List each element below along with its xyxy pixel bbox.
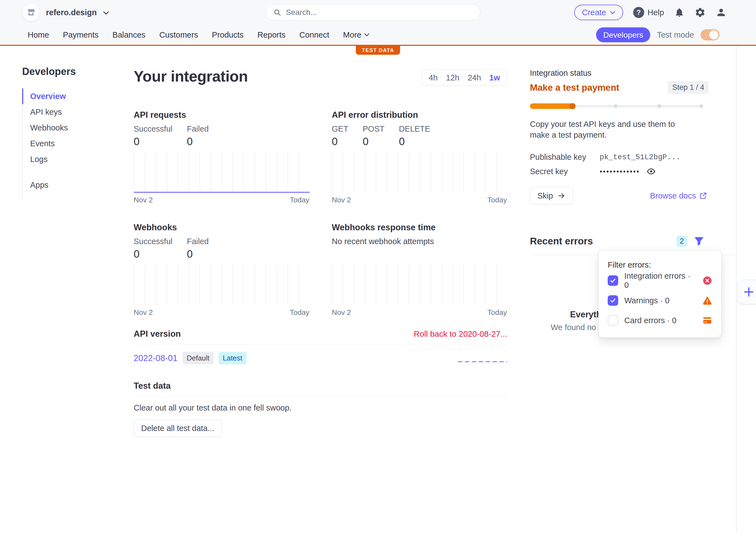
filter-popup-title: Filter errors:	[608, 261, 712, 269]
stat-post: POST 0	[363, 124, 385, 147]
chart-title: API requests	[134, 110, 310, 120]
help-button[interactable]: ? Help	[633, 7, 664, 18]
nav-item-balances[interactable]: Balances	[112, 30, 145, 39]
test-mode-label: Test mode	[657, 30, 694, 39]
recent-errors-title: Recent errors	[530, 236, 593, 247]
external-link-icon	[699, 192, 707, 200]
stat-failed: Failed 0	[187, 124, 209, 147]
account-name: refero.design	[46, 8, 97, 17]
x-axis-end: Today	[290, 308, 310, 317]
nav-item-connect[interactable]: Connect	[299, 30, 329, 39]
check-icon	[609, 277, 616, 284]
profile-avatar-icon[interactable]	[716, 7, 727, 18]
sidebar-item-events[interactable]: Events	[23, 136, 114, 151]
sidebar-item-webhooks[interactable]: Webhooks	[23, 120, 114, 136]
chevron-down-icon	[103, 11, 109, 15]
section-title: Test data	[134, 381, 171, 391]
test-data-section: Test data Clear out all your test data i…	[134, 381, 507, 437]
empty-state-text-fragment: We found no	[551, 323, 596, 332]
range-option-24h[interactable]: 24h	[468, 73, 481, 82]
divider	[134, 396, 507, 397]
secret-key-mask: ••••••••••••	[600, 167, 640, 176]
account-switcher[interactable]: refero.design	[22, 4, 109, 21]
chart-plot-area	[134, 152, 310, 192]
chart-title: API error distribution	[332, 110, 507, 120]
chart-plot-area	[332, 152, 507, 192]
add-plus-button[interactable]	[738, 280, 756, 304]
stat-successful: Successful 0	[134, 237, 173, 260]
chart-plot-area	[134, 265, 310, 305]
reveal-secret-eye-icon[interactable]	[646, 167, 656, 176]
publishable-key-value[interactable]: pk_test_51L2bgP...	[600, 153, 681, 162]
x-axis-start: Nov 2	[134, 196, 153, 204]
chart-plot-area	[332, 265, 507, 305]
delete-all-test-data-button[interactable]: Delete all test data...	[134, 419, 222, 437]
api-version-link[interactable]: 2022-08-01	[134, 353, 178, 363]
api-version-section: API version Roll back to 2020-08-27... 2…	[134, 329, 507, 364]
nav-item-customers[interactable]: Customers	[159, 30, 198, 39]
latest-badge: Latest	[219, 352, 247, 364]
plus-icon	[743, 286, 755, 298]
filter-funnel-icon[interactable]	[694, 236, 704, 246]
stat-failed: Failed 0	[187, 237, 209, 260]
charts-grid: API requests Successful 0 Failed 0 Nov 2…	[134, 110, 507, 317]
nav-item-more[interactable]: More	[343, 30, 369, 39]
stat-delete: DELETE 0	[399, 124, 430, 147]
nav-item-home[interactable]: Home	[28, 30, 49, 39]
main-nav: Home Payments Balances Customers Product…	[0, 25, 756, 46]
integration-errors-checkbox[interactable]	[608, 275, 618, 286]
filter-option-card-errors: Card errors · 0	[608, 312, 712, 329]
search-icon	[273, 8, 282, 16]
page-title: Your integration	[134, 67, 248, 85]
step-badge: Step 1 / 4	[668, 81, 709, 94]
test-data-badge: TEST DATA	[356, 46, 400, 55]
search-bar[interactable]	[266, 4, 480, 20]
range-option-12h[interactable]: 12h	[446, 73, 459, 82]
filter-count-badge: 2	[677, 236, 687, 247]
browse-docs-link[interactable]: Browse docs	[650, 191, 707, 200]
x-axis-start: Nov 2	[332, 196, 351, 204]
create-button[interactable]: Create	[574, 5, 623, 20]
range-option-1w[interactable]: 1w	[489, 73, 500, 82]
sidebar-item-apps[interactable]: Apps	[23, 177, 114, 193]
sidebar-item-api-keys[interactable]: API keys	[23, 104, 114, 120]
test-mode-toggle[interactable]	[701, 29, 719, 40]
warnings-checkbox[interactable]	[608, 295, 618, 306]
store-logo-icon	[22, 4, 40, 21]
developers-sidebar: Overview API keys Webhooks Events Logs A…	[22, 89, 114, 200]
integration-description: Copy your test API keys and use them to …	[530, 119, 693, 140]
filter-option-warnings: Warnings · 0	[608, 292, 712, 309]
chart-empty-text: No recent webhook attempts	[332, 237, 434, 260]
notifications-bell-icon[interactable]	[674, 7, 685, 18]
warning-triangle-icon	[702, 295, 712, 305]
search-input[interactable]	[286, 8, 473, 17]
chart-api-error-distribution: API error distribution GET 0 POST 0 DELE…	[332, 110, 507, 204]
skip-button[interactable]: Skip	[530, 187, 573, 204]
step-title: Make a test payment	[530, 82, 619, 93]
sidebar-item-overview[interactable]: Overview	[22, 89, 114, 104]
nav-item-products[interactable]: Products	[212, 30, 244, 39]
integration-progress-bar	[530, 103, 703, 109]
x-axis-end: Today	[290, 196, 310, 204]
publishable-key-label: Publishable key	[530, 153, 600, 162]
nav-item-reports[interactable]: Reports	[257, 30, 285, 39]
rollback-link[interactable]: Roll back to 2020-08-27...	[414, 329, 507, 339]
integration-status-label: Integration status	[530, 68, 709, 78]
settings-gear-icon[interactable]	[694, 7, 706, 18]
range-option-4h[interactable]: 4h	[429, 73, 438, 82]
sidebar-item-logs[interactable]: Logs	[23, 151, 114, 167]
divider	[134, 344, 507, 345]
test-data-description: Clear out all your test data in one fell…	[134, 403, 507, 413]
sidebar-title: Developers	[22, 66, 76, 77]
chart-webhooks-response-time: Webhooks response time No recent webhook…	[332, 222, 507, 317]
nav-item-payments[interactable]: Payments	[63, 30, 98, 39]
default-badge: Default	[183, 352, 214, 364]
error-circle-icon	[702, 276, 712, 286]
progress-fill	[530, 103, 575, 109]
card-errors-checkbox[interactable]	[608, 315, 618, 326]
topbar-actions: Create ? Help	[574, 0, 727, 25]
topbar: refero.design Create ? Help	[0, 0, 756, 25]
stat-get: GET 0	[332, 124, 348, 147]
x-axis-end: Today	[487, 308, 507, 317]
developers-button[interactable]: Developers	[596, 27, 650, 42]
